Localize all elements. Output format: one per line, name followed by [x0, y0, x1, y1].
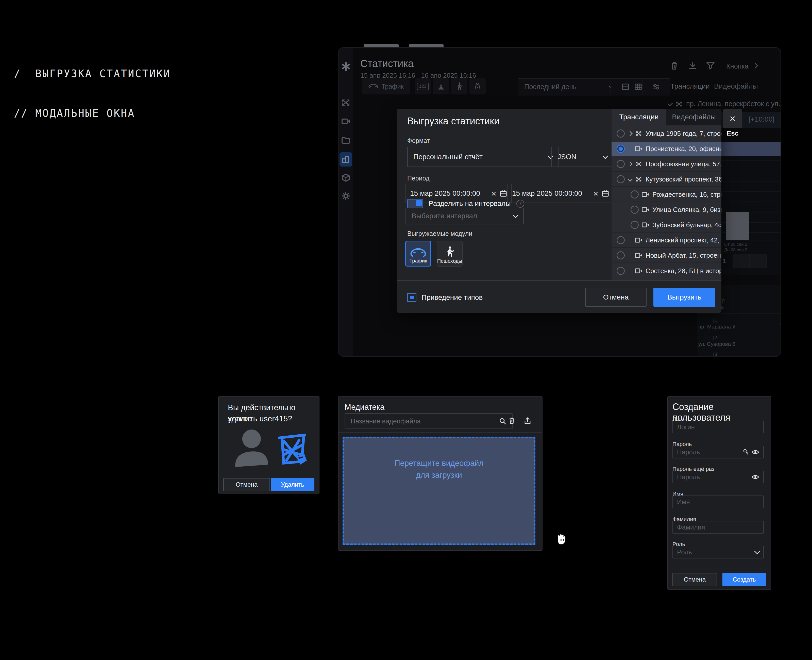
login-input[interactable]: Логин [673, 420, 764, 433]
chip-traffic[interactable]: Трафик [362, 78, 410, 94]
cancel-button[interactable]: Отмена [585, 288, 647, 307]
stream-row-child[interactable]: Улица Солянка, 9, бизнес-ц... [611, 203, 722, 217]
stream-row[interactable]: Новый Арбат, 15, строение 1 [611, 248, 722, 263]
chevron-down-icon [754, 549, 760, 554]
sidebar-item-cameras[interactable] [341, 117, 350, 126]
create-button[interactable]: Создать [722, 573, 766, 586]
sidebar-item-files[interactable] [341, 136, 350, 145]
clear-date-icon[interactable]: × [491, 189, 496, 198]
chip-pedestrians[interactable] [451, 78, 467, 94]
radio-checked[interactable] [617, 145, 625, 153]
display-settings-button[interactable] [642, 78, 670, 95]
type-coercion-checkbox[interactable] [407, 293, 416, 302]
tab-videos[interactable]: Видеофайлы [666, 109, 722, 125]
stream-row[interactable]: Улица 1905 года, 7, строение 4 [611, 127, 722, 141]
chevron-down-icon[interactable] [628, 177, 633, 182]
stream-row-child[interactable]: Рождественка, 16, строение... [611, 187, 722, 202]
trash-icon[interactable] [508, 417, 516, 424]
role-select[interactable]: Роль [673, 546, 764, 558]
stream-label: Улица Солянка, 9, бизнес-ц... [652, 206, 722, 214]
radio[interactable] [617, 130, 625, 138]
stream-row[interactable]: Сретенка, 28, БЦ в историческо... [611, 263, 722, 278]
window-header-button[interactable]: Кнопка [726, 62, 757, 70]
filter-icon[interactable] [706, 61, 715, 70]
sidebar [339, 48, 353, 356]
media-title: Медиатека [345, 403, 385, 412]
sidebar-item-intersections[interactable] [341, 98, 350, 107]
split-view-icon[interactable] [621, 83, 630, 91]
radio[interactable] [617, 267, 625, 275]
calendar-icon[interactable] [500, 190, 507, 197]
video-search-input[interactable]: Название видеофайла [345, 413, 513, 429]
timezone-badge: [+10:00] [749, 115, 774, 123]
search-icon[interactable] [499, 417, 507, 425]
report-type-select[interactable]: Персональный отчёт [407, 147, 559, 167]
stream-row[interactable]: Ленинский проспект, 42, строе... [611, 233, 722, 248]
download-icon[interactable] [688, 61, 697, 70]
eye-icon[interactable] [752, 474, 759, 480]
delete-button[interactable]: Удалить [271, 478, 314, 491]
interval-select[interactable]: Выберите интервал [405, 208, 524, 224]
bg-stream-parent[interactable]: пр. Ленина, перекрёсток с ул. Крупс... [668, 100, 780, 108]
radio[interactable] [631, 206, 639, 214]
pedestrian-icon [456, 82, 462, 90]
info-icon[interactable]: i [516, 200, 524, 208]
create-user-modal: Создание пользователя Логин Логин Пароль… [667, 396, 771, 590]
radio[interactable] [617, 236, 625, 244]
export-button[interactable]: Выгрузить [654, 288, 715, 307]
tab-streams[interactable]: Трансляции [611, 109, 666, 125]
lastname-input[interactable]: Фамилия [673, 521, 764, 533]
range-dropdown-value: Последний день [524, 83, 576, 91]
stream-row[interactable]: Кутузовский проспект, 36к1 [611, 172, 722, 187]
video-dropzone[interactable]: Перетащите видеофайл для загрузки [343, 436, 535, 545]
chip-lanes[interactable] [469, 78, 486, 94]
bg-tab-videos[interactable]: Видеофайлы [714, 82, 758, 90]
stream-row-selected[interactable]: Пречистенка, 20, офисный клас... [611, 142, 722, 156]
radio[interactable] [617, 160, 625, 168]
stream-row-child[interactable]: Зубовский бульвар, 4с9 [611, 218, 722, 233]
stream-row[interactable]: Профсоюзная улица, 57, корпус... [611, 157, 722, 171]
firstname-input[interactable]: Имя [673, 495, 764, 508]
chip-cones[interactable] [433, 78, 449, 94]
chevron-right-icon[interactable] [628, 131, 633, 136]
login-placeholder: Логин [677, 423, 695, 431]
divider [219, 473, 319, 473]
radio[interactable] [617, 175, 625, 183]
file-type-select[interactable]: JSON [551, 147, 613, 167]
dropzone-text-line1: Перетащите видеофайл [394, 457, 483, 469]
delete-title-line2: удалить user415? [228, 413, 292, 424]
type-coercion-row: Приведение типов [407, 293, 483, 302]
key-icon[interactable] [742, 449, 749, 455]
clear-date-icon[interactable]: × [593, 189, 598, 198]
radio[interactable] [631, 190, 639, 198]
chevron-right-icon[interactable] [628, 162, 633, 167]
password2-input[interactable]: Пароль [673, 471, 764, 483]
eye-icon[interactable] [752, 449, 759, 455]
sidebar-item-settings[interactable] [341, 191, 350, 200]
sidebar-item-statistics[interactable] [341, 155, 350, 164]
stream-label: Зубовский бульвар, 4с9 [652, 221, 722, 229]
divider [668, 569, 771, 569]
table-view-icon[interactable] [634, 83, 642, 91]
intersection-icon [635, 176, 643, 182]
trash-icon[interactable] [670, 61, 679, 70]
range-dropdown[interactable]: Последний день [518, 78, 620, 95]
period-to-value: 15 мар 2025 00:00:00 [512, 189, 582, 197]
camera-icon [635, 146, 643, 152]
radio[interactable] [617, 251, 625, 259]
password-input[interactable]: Пароль [673, 446, 764, 459]
radio[interactable] [631, 221, 639, 229]
calendar-icon[interactable] [602, 190, 609, 197]
window-tab-ear [409, 44, 443, 47]
chip-counters[interactable]: 123 [415, 78, 431, 94]
sidebar-item-modules[interactable] [341, 173, 350, 182]
upload-icon[interactable] [524, 417, 531, 424]
close-button[interactable]: × [723, 109, 742, 128]
bg-tab-streams[interactable]: Трансляции [670, 82, 710, 90]
cancel-button[interactable]: Отмена [223, 478, 270, 491]
cancel-button[interactable]: Отмена [673, 573, 717, 586]
split-intervals-toggle[interactable] [407, 199, 423, 208]
camera-icon [635, 268, 643, 274]
module-pedestrians[interactable]: Пешеходы [437, 241, 462, 267]
module-traffic[interactable]: Трафик [405, 241, 431, 267]
